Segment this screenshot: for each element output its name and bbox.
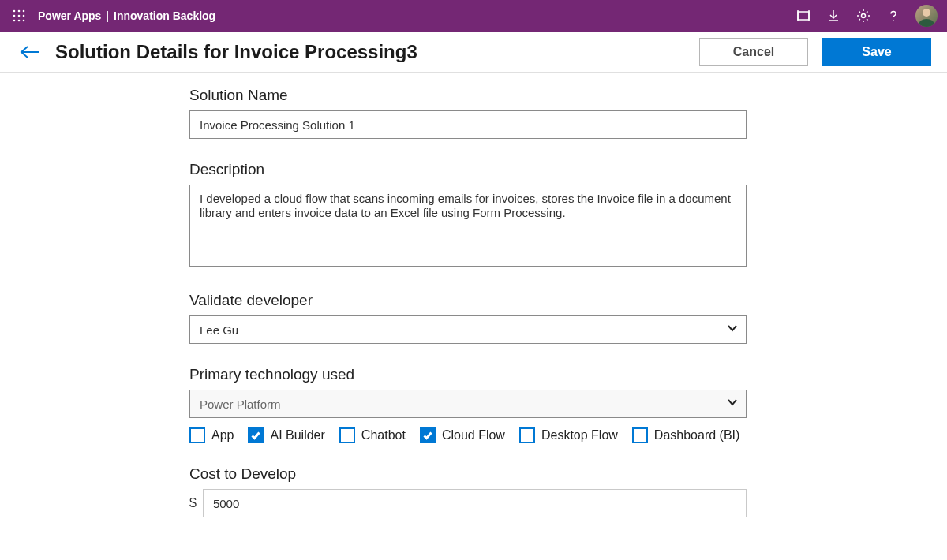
- input-cost[interactable]: [203, 489, 747, 517]
- checkbox-label: Cloud Flow: [442, 428, 505, 442]
- label-solution-name: Solution Name: [189, 87, 947, 104]
- currency-symbol: $: [189, 496, 197, 510]
- svg-rect-9: [798, 12, 809, 20]
- header-actions: Cancel Save: [699, 38, 931, 66]
- checkbox-label: Desktop Flow: [541, 428, 618, 442]
- checkbox-box[interactable]: [339, 427, 355, 443]
- checkbox-box[interactable]: [420, 427, 436, 443]
- field-solution-name: Solution Name: [189, 87, 947, 139]
- label-validate-developer: Validate developer: [189, 292, 947, 309]
- label-description: Description: [189, 161, 947, 178]
- checkbox-cloud-flow[interactable]: Cloud Flow: [420, 427, 505, 443]
- download-icon[interactable]: [821, 3, 846, 28]
- checkbox-label: AI Builder: [270, 428, 324, 442]
- checkbox-chatbot[interactable]: Chatbot: [339, 427, 406, 443]
- title-separator: |: [106, 9, 109, 22]
- checkbox-label: Chatbot: [361, 428, 406, 442]
- svg-point-14: [862, 14, 866, 18]
- svg-point-7: [18, 20, 21, 22]
- fit-to-screen-icon[interactable]: [791, 3, 816, 28]
- checkbox-box[interactable]: [189, 427, 205, 443]
- form-area: Solution Name Description Validate devel…: [0, 73, 947, 560]
- technology-checkbox-row: AppAI BuilderChatbotCloud FlowDesktop Fl…: [189, 427, 947, 443]
- topbar-actions: [791, 3, 942, 28]
- cancel-button[interactable]: Cancel: [699, 38, 808, 66]
- svg-point-3: [13, 15, 16, 17]
- select-validate-developer[interactable]: [189, 315, 747, 344]
- checkbox-desktop-flow[interactable]: Desktop Flow: [519, 427, 618, 443]
- avatar[interactable]: [915, 5, 938, 27]
- label-cost: Cost to Develop: [189, 465, 947, 483]
- input-solution-name[interactable]: [189, 110, 747, 139]
- app-title: Power Apps | Innovation Backlog: [38, 9, 215, 22]
- svg-point-15: [893, 20, 894, 21]
- field-validate-developer: Validate developer: [189, 292, 947, 344]
- checkbox-app[interactable]: App: [189, 427, 234, 443]
- svg-point-4: [18, 15, 21, 17]
- top-app-bar: Power Apps | Innovation Backlog: [0, 0, 947, 32]
- svg-point-6: [13, 20, 16, 22]
- checkbox-label: App: [211, 428, 234, 442]
- svg-point-2: [23, 10, 25, 13]
- page-title: Solution Details for Invoice Processing3: [55, 41, 417, 63]
- checkbox-dashboard-bi-[interactable]: Dashboard (BI): [632, 427, 740, 443]
- svg-point-0: [13, 10, 16, 13]
- checkbox-ai-builder[interactable]: AI Builder: [248, 427, 324, 443]
- checkbox-box[interactable]: [248, 427, 264, 443]
- svg-point-8: [23, 20, 25, 22]
- gear-icon[interactable]: [851, 3, 876, 28]
- app-name: Innovation Backlog: [114, 9, 215, 22]
- field-primary-technology: Primary technology used AppAI BuilderCha…: [189, 366, 947, 443]
- save-button[interactable]: Save: [822, 38, 931, 66]
- help-icon[interactable]: [881, 3, 906, 28]
- field-description: Description: [189, 161, 947, 270]
- select-primary-technology[interactable]: [189, 390, 747, 418]
- input-description[interactable]: [189, 185, 747, 267]
- checkbox-box[interactable]: [632, 427, 648, 443]
- svg-point-1: [18, 10, 21, 13]
- back-button[interactable]: [16, 38, 44, 66]
- app-launcher-icon[interactable]: [5, 0, 33, 32]
- product-name: Power Apps: [38, 9, 101, 22]
- checkbox-box[interactable]: [519, 427, 535, 443]
- field-cost: Cost to Develop $: [189, 465, 947, 517]
- svg-point-5: [23, 15, 25, 17]
- checkbox-label: Dashboard (BI): [654, 428, 740, 442]
- page-header: Solution Details for Invoice Processing3…: [0, 32, 947, 73]
- label-primary-technology: Primary technology used: [189, 366, 947, 383]
